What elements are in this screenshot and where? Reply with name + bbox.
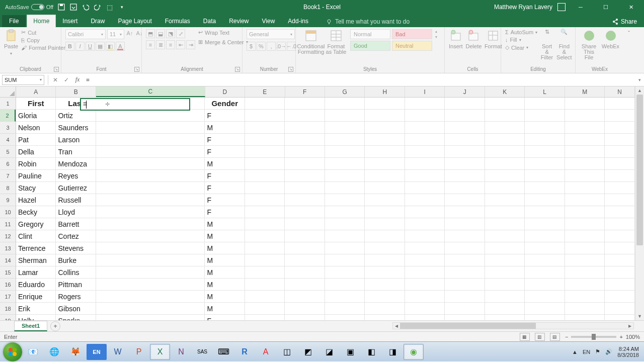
cell[interactable]	[285, 242, 325, 254]
cell[interactable]	[245, 230, 285, 242]
cell[interactable]: Erik	[16, 303, 56, 315]
cell[interactable]	[445, 266, 485, 279]
cell[interactable]: Sherman	[16, 254, 56, 266]
fill-button[interactable]: ↓Fill▾	[505, 37, 537, 43]
cell[interactable]	[285, 315, 325, 320]
font-color-button[interactable]: A	[116, 42, 125, 51]
cell[interactable]	[445, 146, 485, 158]
cell[interactable]	[565, 158, 605, 170]
cell[interactable]: Gibson	[56, 303, 96, 315]
italic-button[interactable]: I	[75, 42, 85, 51]
name-box[interactable]: SUM▾	[2, 75, 44, 85]
cell[interactable]	[325, 194, 365, 206]
cell[interactable]	[365, 182, 405, 194]
cell[interactable]	[525, 194, 565, 206]
taskbar-powerpoint-icon[interactable]: P	[129, 344, 149, 360]
cell[interactable]	[325, 182, 365, 194]
style-good[interactable]: Good	[350, 41, 390, 51]
cell[interactable]	[405, 230, 445, 242]
cell[interactable]	[565, 122, 605, 134]
cell[interactable]: M	[205, 122, 245, 134]
start-button[interactable]	[3, 342, 22, 361]
cell[interactable]: Enrique	[16, 291, 56, 303]
cell[interactable]	[365, 218, 405, 230]
cell[interactable]	[485, 170, 525, 182]
cell[interactable]	[445, 315, 485, 320]
cell[interactable]	[405, 242, 445, 254]
cell[interactable]	[605, 146, 635, 158]
collapse-ribbon-icon[interactable]: ˇ	[624, 27, 634, 73]
cell[interactable]: Robin	[16, 158, 56, 170]
cell[interactable]	[245, 194, 285, 206]
column-header-B[interactable]: B	[56, 86, 96, 97]
cell[interactable]: M	[205, 242, 245, 254]
cell[interactable]	[525, 158, 565, 170]
cell[interactable]	[485, 122, 525, 134]
row-header-18[interactable]: 18	[0, 303, 16, 315]
cell[interactable]	[96, 146, 205, 158]
cut-button[interactable]: ✂Cut	[21, 29, 65, 36]
increase-decimal-icon[interactable]: .0→	[277, 42, 286, 51]
cell[interactable]	[565, 170, 605, 182]
row-header-4[interactable]: 4	[0, 134, 16, 146]
taskbar-onenote-icon[interactable]: N	[171, 344, 191, 360]
cell[interactable]: Tran	[56, 146, 96, 158]
cell[interactable]	[405, 266, 445, 279]
cell[interactable]: Stevens	[56, 242, 96, 254]
cell[interactable]	[245, 266, 285, 279]
tab-insert[interactable]: Insert	[56, 15, 84, 27]
align-middle-icon[interactable]: ⬓	[156, 29, 165, 38]
zoom-control[interactable]: − + 100%	[565, 334, 640, 340]
cell[interactable]	[565, 134, 605, 146]
cell[interactable]: Della	[16, 146, 56, 158]
cell[interactable]	[525, 279, 565, 291]
row-header-14[interactable]: 14	[0, 254, 16, 266]
taskbar-chrome-icon[interactable]: 🌐	[44, 344, 64, 360]
cell[interactable]	[605, 194, 635, 206]
horizontal-scrollbar[interactable]: ◀ ▶	[392, 322, 634, 329]
system-tray[interactable]: ▲ EN ⚑ 🔊 8:24 AM 8/3/2018	[572, 346, 641, 358]
increase-font-icon[interactable]: A↑	[126, 29, 134, 37]
cell[interactable]: Sparks	[56, 315, 96, 320]
currency-icon[interactable]: $	[247, 42, 256, 51]
borders-button[interactable]: ▦	[96, 42, 105, 51]
cell[interactable]	[245, 303, 285, 315]
cell[interactable]: M	[205, 158, 245, 170]
cell[interactable]	[365, 122, 405, 134]
cell[interactable]	[485, 218, 525, 230]
save-icon[interactable]	[57, 3, 65, 11]
enter-formula-icon[interactable]: ✓	[61, 75, 72, 85]
cell[interactable]	[565, 254, 605, 266]
clipboard-dialog-launcher[interactable]: ↘	[54, 67, 59, 72]
tab-view[interactable]: View	[256, 15, 282, 27]
cell[interactable]	[325, 315, 365, 320]
cell[interactable]	[405, 315, 445, 320]
cell[interactable]	[245, 242, 285, 254]
cell[interactable]	[485, 254, 525, 266]
cell[interactable]	[245, 315, 285, 320]
cell[interactable]	[285, 206, 325, 218]
cell[interactable]	[565, 206, 605, 218]
format-as-table-button[interactable]: Format as Table	[325, 29, 347, 55]
taskbar-excel-icon[interactable]: X	[150, 344, 170, 360]
touch-mode-icon[interactable]: ⬚	[106, 3, 114, 11]
row-header-7[interactable]: 7	[0, 170, 16, 182]
cell[interactable]	[485, 194, 525, 206]
minimize-button[interactable]: ─	[571, 0, 591, 14]
cell[interactable]	[605, 291, 635, 303]
taskbar-acrobat-icon[interactable]: A	[256, 344, 276, 360]
cell[interactable]	[285, 291, 325, 303]
cell[interactable]: F	[205, 170, 245, 182]
row-header-5[interactable]: 5	[0, 146, 16, 158]
zoom-level[interactable]: 100%	[626, 334, 640, 340]
cell[interactable]	[325, 110, 365, 122]
cell[interactable]	[405, 218, 445, 230]
cell[interactable]	[96, 122, 205, 134]
new-sheet-button[interactable]: +	[50, 321, 60, 331]
cell[interactable]: Ortiz	[56, 110, 96, 122]
cell[interactable]	[445, 182, 485, 194]
percent-icon[interactable]: %	[257, 42, 266, 51]
cell[interactable]	[245, 182, 285, 194]
cell[interactable]	[525, 291, 565, 303]
align-left-icon[interactable]: ≡	[146, 40, 155, 49]
